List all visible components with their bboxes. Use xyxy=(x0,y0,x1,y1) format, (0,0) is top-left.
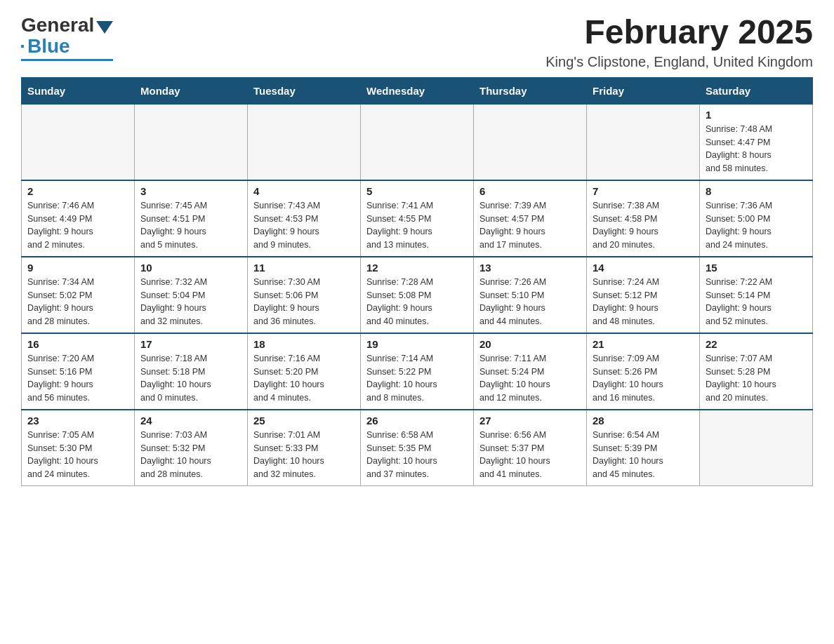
day-info: Sunrise: 7:26 AMSunset: 5:10 PMDaylight:… xyxy=(479,276,581,328)
calendar-cell: 12Sunrise: 7:28 AMSunset: 5:08 PMDayligh… xyxy=(361,257,474,333)
day-info: Sunrise: 7:34 AMSunset: 5:02 PMDaylight:… xyxy=(27,276,128,328)
weekday-header-wednesday: Wednesday xyxy=(361,77,474,104)
calendar-cell: 7Sunrise: 7:38 AMSunset: 4:58 PMDaylight… xyxy=(587,180,700,257)
logo-underline xyxy=(21,59,113,61)
day-info: Sunrise: 7:16 AMSunset: 5:20 PMDaylight:… xyxy=(253,352,355,405)
calendar-week-row: 1Sunrise: 7:48 AMSunset: 4:47 PMDaylight… xyxy=(22,104,813,180)
calendar-cell: 9Sunrise: 7:34 AMSunset: 5:02 PMDaylight… xyxy=(22,257,135,333)
logo-general-text: General xyxy=(21,14,94,36)
day-number: 4 xyxy=(253,185,355,197)
calendar-week-row: 2Sunrise: 7:46 AMSunset: 4:49 PMDaylight… xyxy=(22,180,813,257)
day-number: 10 xyxy=(140,262,241,274)
weekday-header-friday: Friday xyxy=(587,77,700,104)
calendar-cell: 4Sunrise: 7:43 AMSunset: 4:53 PMDaylight… xyxy=(248,180,361,257)
calendar-cell: 16Sunrise: 7:20 AMSunset: 5:16 PMDayligh… xyxy=(22,333,135,410)
calendar-cell: 22Sunrise: 7:07 AMSunset: 5:28 PMDayligh… xyxy=(700,333,813,410)
day-number: 3 xyxy=(140,185,241,197)
day-info: Sunrise: 7:45 AMSunset: 4:51 PMDaylight:… xyxy=(140,199,241,252)
day-info: Sunrise: 7:24 AMSunset: 5:12 PMDaylight:… xyxy=(593,276,694,328)
logo-blue-text: Blue xyxy=(27,35,70,58)
day-number: 1 xyxy=(706,109,807,121)
day-number: 11 xyxy=(253,262,355,274)
calendar-cell: 28Sunrise: 6:54 AMSunset: 5:39 PMDayligh… xyxy=(587,410,700,486)
logo-triangle-icon xyxy=(96,21,113,34)
weekday-header-thursday: Thursday xyxy=(474,77,587,104)
calendar-cell: 11Sunrise: 7:30 AMSunset: 5:06 PMDayligh… xyxy=(248,257,361,333)
day-info: Sunrise: 7:18 AMSunset: 5:18 PMDaylight:… xyxy=(140,352,241,405)
calendar-cell: 19Sunrise: 7:14 AMSunset: 5:22 PMDayligh… xyxy=(361,333,474,410)
logo: General Blue xyxy=(21,14,113,61)
calendar-cell: 23Sunrise: 7:05 AMSunset: 5:30 PMDayligh… xyxy=(22,410,135,486)
day-number: 28 xyxy=(593,415,694,427)
day-number: 20 xyxy=(479,338,581,350)
day-number: 6 xyxy=(479,185,581,197)
day-info: Sunrise: 7:28 AMSunset: 5:08 PMDaylight:… xyxy=(366,276,468,328)
day-number: 17 xyxy=(140,338,241,350)
calendar-cell: 25Sunrise: 7:01 AMSunset: 5:33 PMDayligh… xyxy=(248,410,361,486)
day-number: 16 xyxy=(27,338,128,350)
calendar-cell: 18Sunrise: 7:16 AMSunset: 5:20 PMDayligh… xyxy=(248,333,361,410)
calendar-cell: 15Sunrise: 7:22 AMSunset: 5:14 PMDayligh… xyxy=(700,257,813,333)
calendar-cell: 21Sunrise: 7:09 AMSunset: 5:26 PMDayligh… xyxy=(587,333,700,410)
calendar-cell: 8Sunrise: 7:36 AMSunset: 5:00 PMDaylight… xyxy=(700,180,813,257)
calendar-cell: 13Sunrise: 7:26 AMSunset: 5:10 PMDayligh… xyxy=(474,257,587,333)
calendar-week-row: 16Sunrise: 7:20 AMSunset: 5:16 PMDayligh… xyxy=(22,333,813,410)
day-number: 22 xyxy=(706,338,807,350)
day-info: Sunrise: 7:01 AMSunset: 5:33 PMDaylight:… xyxy=(253,429,355,481)
day-info: Sunrise: 7:32 AMSunset: 5:04 PMDaylight:… xyxy=(140,276,241,328)
day-number: 12 xyxy=(366,262,468,274)
day-number: 25 xyxy=(253,415,355,427)
calendar-cell: 6Sunrise: 7:39 AMSunset: 4:57 PMDaylight… xyxy=(474,180,587,257)
day-number: 18 xyxy=(253,338,355,350)
title-section: February 2025 King's Clipstone, England,… xyxy=(545,14,813,70)
day-info: Sunrise: 7:38 AMSunset: 4:58 PMDaylight:… xyxy=(593,199,694,252)
calendar-week-row: 23Sunrise: 7:05 AMSunset: 5:30 PMDayligh… xyxy=(22,410,813,486)
calendar-cell xyxy=(361,104,474,180)
day-info: Sunrise: 7:48 AMSunset: 4:47 PMDaylight:… xyxy=(706,123,807,175)
day-number: 15 xyxy=(706,262,807,274)
day-info: Sunrise: 7:30 AMSunset: 5:06 PMDaylight:… xyxy=(253,276,355,328)
calendar-cell: 1Sunrise: 7:48 AMSunset: 4:47 PMDaylight… xyxy=(700,104,813,180)
day-info: Sunrise: 7:11 AMSunset: 5:24 PMDaylight:… xyxy=(479,352,581,405)
day-number: 5 xyxy=(366,185,468,197)
calendar-header-row: SundayMondayTuesdayWednesdayThursdayFrid… xyxy=(22,77,813,104)
day-info: Sunrise: 7:41 AMSunset: 4:55 PMDaylight:… xyxy=(366,199,468,252)
weekday-header-sunday: Sunday xyxy=(22,77,135,104)
day-number: 24 xyxy=(140,415,241,427)
day-number: 26 xyxy=(366,415,468,427)
day-number: 19 xyxy=(366,338,468,350)
day-info: Sunrise: 7:46 AMSunset: 4:49 PMDaylight:… xyxy=(27,199,128,252)
calendar-cell xyxy=(248,104,361,180)
calendar-table: SundayMondayTuesdayWednesdayThursdayFrid… xyxy=(21,77,813,486)
day-info: Sunrise: 7:39 AMSunset: 4:57 PMDaylight:… xyxy=(479,199,581,252)
day-number: 14 xyxy=(593,262,694,274)
day-info: Sunrise: 7:05 AMSunset: 5:30 PMDaylight:… xyxy=(27,429,128,481)
calendar-cell: 24Sunrise: 7:03 AMSunset: 5:32 PMDayligh… xyxy=(135,410,248,486)
day-info: Sunrise: 6:58 AMSunset: 5:35 PMDaylight:… xyxy=(366,429,468,481)
calendar-cell: 3Sunrise: 7:45 AMSunset: 4:51 PMDaylight… xyxy=(135,180,248,257)
weekday-header-saturday: Saturday xyxy=(700,77,813,104)
month-title: February 2025 xyxy=(545,14,813,51)
calendar-cell xyxy=(700,410,813,486)
day-info: Sunrise: 7:36 AMSunset: 5:00 PMDaylight:… xyxy=(706,199,807,252)
day-info: Sunrise: 7:22 AMSunset: 5:14 PMDaylight:… xyxy=(706,276,807,328)
day-info: Sunrise: 7:03 AMSunset: 5:32 PMDaylight:… xyxy=(140,429,241,481)
calendar-cell xyxy=(587,104,700,180)
calendar-cell: 5Sunrise: 7:41 AMSunset: 4:55 PMDaylight… xyxy=(361,180,474,257)
day-number: 21 xyxy=(593,338,694,350)
day-info: Sunrise: 7:43 AMSunset: 4:53 PMDaylight:… xyxy=(253,199,355,252)
day-info: Sunrise: 7:09 AMSunset: 5:26 PMDaylight:… xyxy=(593,352,694,405)
day-info: Sunrise: 7:14 AMSunset: 5:22 PMDaylight:… xyxy=(366,352,468,405)
day-info: Sunrise: 7:07 AMSunset: 5:28 PMDaylight:… xyxy=(706,352,807,405)
calendar-cell: 10Sunrise: 7:32 AMSunset: 5:04 PMDayligh… xyxy=(135,257,248,333)
day-number: 13 xyxy=(479,262,581,274)
day-number: 23 xyxy=(27,415,128,427)
day-number: 8 xyxy=(706,185,807,197)
day-number: 27 xyxy=(479,415,581,427)
calendar-cell: 17Sunrise: 7:18 AMSunset: 5:18 PMDayligh… xyxy=(135,333,248,410)
day-number: 9 xyxy=(27,262,128,274)
calendar-cell: 27Sunrise: 6:56 AMSunset: 5:37 PMDayligh… xyxy=(474,410,587,486)
calendar-week-row: 9Sunrise: 7:34 AMSunset: 5:02 PMDaylight… xyxy=(22,257,813,333)
calendar-cell xyxy=(135,104,248,180)
calendar-cell: 26Sunrise: 6:58 AMSunset: 5:35 PMDayligh… xyxy=(361,410,474,486)
